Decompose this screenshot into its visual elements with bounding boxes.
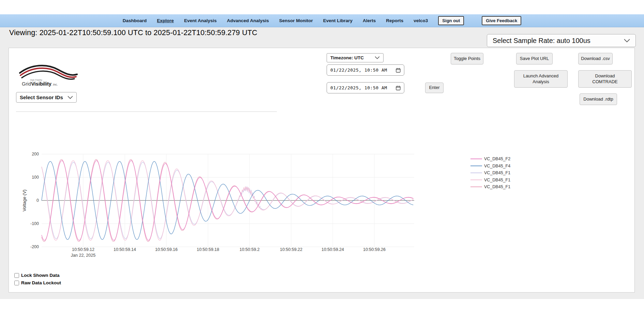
- nav-reports[interactable]: Reports: [386, 18, 403, 23]
- start-datetime-value: 01/22/2025, 10:50 AM: [330, 68, 387, 73]
- x-tick-label: 10:50:59.26: [363, 247, 386, 252]
- x-tick-label: 10:50:59.22: [280, 247, 302, 252]
- top-navbar: Dashboard Explore Event Analysis Advance…: [0, 14, 644, 27]
- nav-event-library[interactable]: Event Library: [323, 18, 353, 23]
- x-tick-label: 10:50:59.2: [239, 247, 259, 252]
- legend-item[interactable]: VC_DB45_F1: [470, 184, 510, 189]
- y-tick-label: 200: [32, 152, 39, 156]
- logo-name: GridVisibility, inc.: [22, 81, 58, 87]
- legend-label: VC_DB45_F4: [484, 164, 510, 168]
- calendar-icon[interactable]: [396, 86, 401, 90]
- y-axis-title: Voltage (V): [22, 190, 27, 211]
- nav-explore[interactable]: Explore: [157, 18, 174, 23]
- chevron-down-icon: [375, 56, 380, 59]
- timezone-label: Timezone: UTC: [330, 55, 364, 60]
- raw-data-lockout-label: Raw Data Lockout: [21, 280, 61, 285]
- nav-alerts[interactable]: Alerts: [363, 18, 376, 23]
- x-tick-label: 10:50:59.14: [114, 247, 136, 252]
- sign-out-button[interactable]: Sign out: [438, 16, 464, 25]
- legend-item[interactable]: VC_DB45_F1: [470, 170, 510, 175]
- legend-item[interactable]: VC_DB45_F2: [470, 156, 510, 161]
- nav-sensor-monitor[interactable]: Sensor Monitor: [279, 18, 313, 23]
- save-plot-url-button[interactable]: Save Plot URL: [516, 53, 553, 64]
- legend-item[interactable]: VC_DB45_F1: [470, 178, 510, 182]
- legend-label: VC_DB45_F1: [484, 184, 510, 189]
- start-datetime-input[interactable]: 01/22/2025, 10:50 AM: [327, 64, 404, 76]
- lock-shown-data-row: Lock Shown Data: [14, 273, 60, 278]
- x-tick-label: 10:50:59.12: [72, 247, 94, 252]
- enter-button[interactable]: Enter: [425, 83, 444, 93]
- top-whitespace: [0, 0, 644, 14]
- y-tick-label: -100: [30, 221, 39, 226]
- download-csv-button[interactable]: Download .csv: [578, 53, 613, 64]
- launch-advanced-analysis-button[interactable]: Launch Advanced Analysis: [514, 70, 568, 88]
- x-axis-date-label: Jan 22, 2025: [71, 253, 95, 258]
- y-tick-label: 0: [36, 198, 39, 203]
- gridvisibility-logo: High Fidelity GridVisibility, inc.: [18, 61, 81, 89]
- y-tick-label: 100: [32, 175, 39, 180]
- nav-event-analysis[interactable]: Event Analysis: [184, 18, 217, 23]
- legend-label: VC_DB45_F1: [484, 178, 510, 182]
- chevron-down-icon: [624, 39, 630, 43]
- calendar-icon[interactable]: [396, 68, 401, 73]
- raw-data-lockout-checkbox[interactable]: [14, 281, 19, 285]
- end-datetime-input[interactable]: 01/22/2025, 10:50 AM: [327, 82, 404, 93]
- chevron-down-icon: [68, 96, 73, 99]
- legend-item[interactable]: VC_DB45_F4: [470, 164, 510, 168]
- logo-swoosh-red: [20, 68, 76, 77]
- sample-rate-select[interactable]: Select Sample Rate: auto 100us: [487, 34, 636, 47]
- legend-label: VC_DB45_F1: [484, 170, 510, 175]
- page: Dashboard Explore Event Analysis Advance…: [0, 0, 644, 314]
- timezone-select[interactable]: Timezone: UTC: [327, 53, 384, 62]
- download-rdtp-button[interactable]: Download .rdtp: [580, 93, 617, 105]
- toggle-points-button[interactable]: Toggle Points: [451, 53, 483, 64]
- waveform-plot[interactable]: 2001000-100-20010:50:59.12Jan 22, 202510…: [20, 146, 518, 264]
- raw-data-lockout-row: Raw Data Lockout: [14, 280, 61, 285]
- lock-shown-data-checkbox[interactable]: [14, 273, 19, 278]
- voltage-waveform-chart[interactable]: 2001000-100-20010:50:59.12Jan 22, 202510…: [20, 146, 518, 264]
- nav-username: velco3: [414, 18, 428, 23]
- x-tick-label: 10:50:59.24: [321, 247, 344, 252]
- download-comtrade-button[interactable]: Download COMTRADE: [578, 70, 632, 88]
- nav-dashboard[interactable]: Dashboard: [123, 18, 147, 23]
- lock-shown-data-label: Lock Shown Data: [21, 273, 60, 278]
- x-tick-label: 10:50:59.16: [155, 247, 178, 252]
- end-datetime-value: 01/22/2025, 10:50 AM: [330, 85, 387, 90]
- nav-advanced-analysis[interactable]: Advanced Analysis: [227, 18, 269, 23]
- y-tick-label: -200: [30, 244, 39, 249]
- logo-swoosh-bottom: [22, 71, 74, 79]
- give-feedback-button[interactable]: Give Feedback: [482, 16, 521, 25]
- sensor-ids-label: Select Sensor IDs: [20, 94, 63, 100]
- section-divider: [16, 111, 277, 112]
- legend-label: VC_DB45_F2: [484, 156, 510, 161]
- x-tick-label: 10:50:59.18: [197, 247, 219, 252]
- viewing-range-title: Viewing: 2025-01-22T10:50:59.100 UTC to …: [9, 29, 257, 37]
- sample-rate-label: Select Sample Rate: auto 100us: [493, 37, 590, 45]
- sensor-ids-select[interactable]: Select Sensor IDs: [16, 92, 77, 103]
